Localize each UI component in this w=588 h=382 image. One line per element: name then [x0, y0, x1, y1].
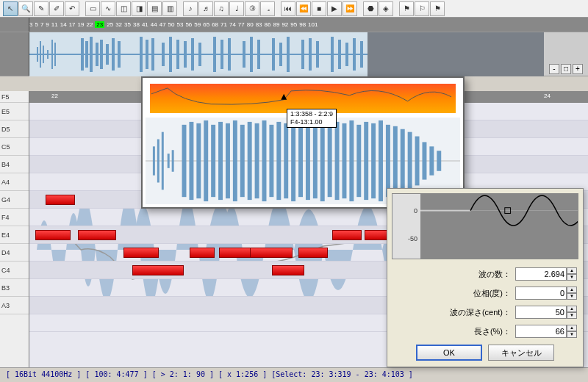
piano-key-A3[interactable]: A3 — [0, 297, 29, 314]
piano-key-D5[interactable]: D5 — [0, 120, 29, 138]
note-segment[interactable] — [298, 248, 328, 258]
dialog-field: 位相(度)：▲▼ — [393, 284, 577, 302]
note-segment[interactable] — [123, 248, 159, 258]
display2-button[interactable]: ◨ — [132, 1, 146, 16]
note-4-button[interactable]: ♩ — [229, 1, 244, 16]
ruler-tick: 38 — [133, 21, 140, 28]
note-segment[interactable] — [78, 230, 116, 240]
spin-down[interactable]: ▼ — [567, 293, 577, 300]
piano-key-B4[interactable]: B4 — [0, 156, 29, 173]
ruler-tick: 41 — [142, 21, 148, 28]
svg-rect-81 — [408, 132, 412, 190]
note-segment[interactable] — [365, 230, 388, 240]
zoom-fit-button[interactable]: □ — [561, 64, 571, 74]
fast-fwd-button[interactable]: ⏩ — [343, 1, 357, 16]
flag2-button[interactable]: ⚐ — [415, 1, 429, 16]
svg-rect-34 — [301, 40, 304, 69]
mark-b-button[interactable]: ◈ — [379, 1, 393, 16]
note-segment[interactable] — [272, 265, 304, 275]
svg-rect-22 — [184, 41, 187, 68]
note-16-button[interactable]: ♬ — [198, 1, 213, 16]
field-input-2[interactable] — [515, 306, 567, 319]
svg-rect-12 — [100, 40, 103, 69]
spin-down[interactable]: ▼ — [567, 312, 577, 319]
spin-down[interactable]: ▼ — [567, 331, 577, 338]
spin-up[interactable]: ▲ — [567, 325, 577, 331]
pointer-button[interactable]: ↖ — [3, 1, 18, 16]
field-input-3[interactable] — [515, 325, 567, 338]
note-snap-button[interactable]: ♪ — [183, 1, 198, 16]
piano-key-C4[interactable]: C4 — [0, 262, 29, 279]
note-segment[interactable] — [35, 230, 71, 240]
display3-button[interactable]: ▤ — [147, 1, 162, 16]
pencil2-button[interactable]: ✐ — [49, 1, 64, 16]
field-input-0[interactable] — [515, 267, 567, 281]
flag3-button[interactable]: ⚑ — [430, 1, 445, 16]
mark-a-button[interactable]: ⬣ — [363, 1, 378, 16]
svg-rect-23 — [191, 38, 194, 71]
svg-rect-67 — [306, 122, 310, 200]
zoom-in-button[interactable]: + — [573, 64, 583, 74]
svg-rect-32 — [279, 43, 282, 66]
piano-key-A4[interactable]: A4 — [0, 173, 29, 191]
overview-waveform[interactable] — [29, 32, 544, 76]
triplet-button[interactable]: ③ — [245, 1, 259, 16]
piano-ruler[interactable]: F5E5D5C5B4A4G4F4E4D4C4B3A3 — [0, 91, 29, 367]
stop-button[interactable]: ■ — [312, 1, 326, 16]
svg-rect-51 — [189, 122, 193, 200]
dialog-buttons: OK キャンセル — [387, 345, 583, 361]
svg-rect-14 — [112, 38, 115, 71]
svg-rect-82 — [415, 137, 420, 186]
note-segment[interactable] — [190, 248, 215, 258]
dialog-wave[interactable] — [420, 194, 578, 259]
ruler-tick: 56 — [185, 21, 192, 28]
pencil1-button[interactable]: ✎ — [34, 1, 49, 16]
piano-key-D4[interactable]: D4 — [0, 244, 29, 262]
piano-key-C5[interactable]: C5 — [0, 138, 29, 156]
svg-rect-29 — [250, 37, 253, 72]
field-input-1[interactable] — [515, 286, 567, 300]
piano-key-E5[interactable]: E5 — [0, 103, 29, 120]
note-segment[interactable] — [132, 265, 184, 275]
note-segment[interactable] — [46, 195, 75, 205]
display4-button[interactable]: ▥ — [162, 1, 177, 16]
zoom-out-button[interactable]: - — [549, 64, 559, 74]
ok-button[interactable]: OK — [416, 345, 482, 361]
svg-rect-6 — [51, 40, 53, 69]
spin-down[interactable]: ▼ — [567, 274, 577, 281]
note-segment[interactable] — [250, 248, 293, 258]
spin-up[interactable]: ▲ — [567, 286, 577, 293]
timeline-ruler[interactable]: 3579111417192223253235384144475053565965… — [29, 18, 588, 32]
svg-rect-54 — [211, 125, 215, 197]
svg-rect-13 — [106, 44, 109, 65]
display1-button[interactable]: ◫ — [116, 1, 131, 16]
wave-disp-button[interactable]: ∿ — [101, 1, 115, 16]
zoom-button[interactable]: 🔍 — [18, 1, 33, 16]
svg-rect-19 — [162, 43, 165, 66]
piano-key-E4[interactable]: E4 — [0, 226, 29, 244]
spin-up[interactable]: ▲ — [567, 267, 577, 274]
piano-key-F4[interactable]: F4 — [0, 209, 29, 226]
note-8-button[interactable]: ♫ — [214, 1, 229, 16]
dialog-field: 波の深さ(cent)：▲▼ — [393, 303, 577, 321]
back-button[interactable]: ↶ — [65, 1, 79, 16]
ruler-left-spacer — [0, 18, 29, 32]
svg-rect-27 — [228, 38, 231, 71]
svg-rect-10 — [90, 37, 93, 72]
status-bar: [ 16Bit 44100Hz ] [ 100: 4:477 ] [ > 2: … — [0, 367, 588, 382]
cancel-button[interactable]: キャンセル — [488, 345, 554, 361]
rewind-button[interactable]: ⏪ — [296, 1, 311, 16]
piano-key-G4[interactable]: G4 — [0, 191, 29, 209]
spin-up[interactable]: ▲ — [567, 306, 577, 312]
ruler-tick: 92 — [282, 21, 288, 28]
piano-key-B3[interactable]: B3 — [0, 279, 29, 297]
svg-rect-49 — [172, 150, 174, 172]
flag1-button[interactable]: ⚑ — [399, 1, 414, 16]
note-segment[interactable] — [332, 230, 362, 240]
rewind-start-button[interactable]: ⏮ — [281, 1, 295, 16]
note-long-button[interactable]: 𝅗 — [260, 1, 275, 16]
piano-key-F5[interactable]: F5 — [0, 91, 29, 103]
dialog-graph-axis: 0 -50 — [392, 194, 420, 259]
screen-button[interactable]: ▭ — [85, 1, 100, 16]
play-button[interactable]: ▶ — [327, 1, 342, 16]
